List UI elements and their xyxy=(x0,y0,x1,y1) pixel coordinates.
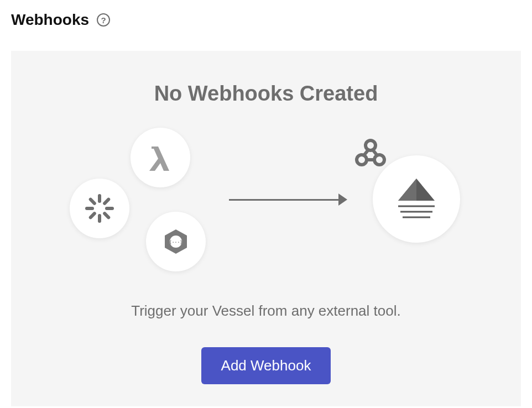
empty-state-illustration: (···) xyxy=(33,128,499,271)
empty-state-description: Trigger your Vessel from any external to… xyxy=(33,302,499,320)
svg-rect-3 xyxy=(105,207,114,210)
help-icon-glyph: ? xyxy=(101,15,106,25)
svg-rect-2 xyxy=(85,207,94,210)
svg-text:(···): (···) xyxy=(169,240,182,245)
svg-marker-15 xyxy=(398,179,416,201)
svg-rect-0 xyxy=(98,194,101,203)
svg-rect-5 xyxy=(88,211,97,220)
section-title: Webhooks xyxy=(11,11,89,29)
arrow-icon xyxy=(229,193,347,206)
webhook-icon xyxy=(354,138,387,168)
svg-rect-6 xyxy=(88,197,97,206)
target-group xyxy=(363,150,462,249)
lambda-icon xyxy=(131,128,190,187)
gcloud-functions-icon: (···) xyxy=(146,212,206,271)
arrow-shaft xyxy=(229,199,340,201)
source-tools-group: (···) xyxy=(70,128,213,271)
empty-state-title: No Webhooks Created xyxy=(33,82,499,106)
add-webhook-button[interactable]: Add Webhook xyxy=(201,347,331,384)
webhooks-empty-panel: No Webhooks Created xyxy=(11,51,521,406)
arrow-head xyxy=(338,193,347,206)
svg-rect-7 xyxy=(102,211,111,220)
zapier-icon xyxy=(70,179,129,238)
vessel-icon xyxy=(373,155,460,243)
svg-rect-1 xyxy=(98,214,101,223)
help-icon[interactable]: ? xyxy=(97,13,110,27)
section-header: Webhooks ? xyxy=(11,11,521,29)
svg-rect-4 xyxy=(102,197,111,206)
